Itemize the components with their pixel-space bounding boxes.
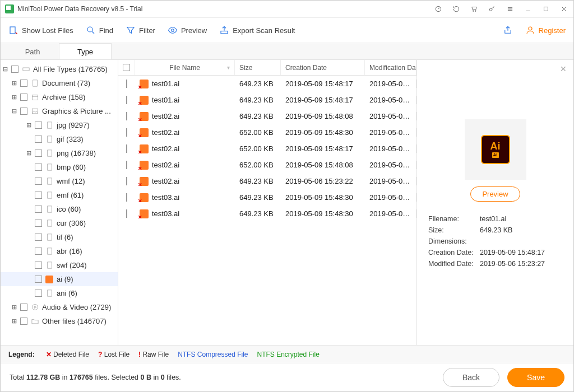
checkbox[interactable]: [35, 178, 42, 185]
tree-tif[interactable]: tif (6): [1, 230, 118, 244]
share-icon[interactable]: [503, 25, 513, 35]
checkbox[interactable]: [20, 94, 27, 101]
tree-png[interactable]: ⊞png (16738): [1, 146, 118, 160]
column-filename[interactable]: File Name▾: [135, 60, 235, 75]
preview-button[interactable]: Preview: [168, 25, 207, 35]
tree-gif[interactable]: gif (323): [1, 132, 118, 146]
tree-ico[interactable]: ico (60): [1, 202, 118, 216]
checkbox[interactable]: [35, 136, 42, 143]
file-creation-date: 2019-05-09 15:48:08: [281, 112, 365, 120]
file-row[interactable]: test02.ai649.23 KB2019-05-09 15:48:08201…: [118, 108, 416, 124]
maximize-icon[interactable]: [541, 5, 551, 13]
menu-icon[interactable]: [505, 5, 515, 13]
minimize-icon[interactable]: [523, 5, 533, 13]
tree-graphics[interactable]: ⊟Graphics & Picture ...: [1, 104, 118, 118]
file-row[interactable]: test01.ai649.23 KB2019-05-09 15:48:17201…: [118, 76, 416, 92]
file-row[interactable]: test02.ai652.00 KB2019-05-09 15:48:08201…: [118, 157, 416, 173]
tree-jpg[interactable]: ⊞jpg (9297): [1, 118, 118, 132]
checkbox[interactable]: [20, 80, 27, 87]
file-row[interactable]: test01.ai649.23 KB2019-05-09 15:48:17201…: [118, 92, 416, 108]
checkbox[interactable]: [35, 164, 42, 171]
row-checkbox[interactable]: [126, 80, 127, 88]
expand-icon[interactable]: ⊞: [11, 80, 17, 87]
column-size[interactable]: Size: [235, 60, 281, 75]
tree-label: Archive (158): [42, 93, 85, 101]
checkbox[interactable]: [35, 290, 42, 297]
export-scan-button[interactable]: Export Scan Result: [219, 25, 295, 35]
checkbox[interactable]: [20, 318, 27, 325]
type-tree[interactable]: ⊟ All File Types (176765) ⊞Document (73)…: [1, 60, 118, 345]
file-row[interactable]: test03.ai649.23 KB2019-05-09 15:48:30201…: [118, 189, 416, 206]
tree-wmf[interactable]: wmf (12): [1, 174, 118, 188]
tree-audio[interactable]: ⊞Audio & Video (2729): [1, 300, 118, 314]
column-modification-date[interactable]: Modification Dat: [365, 60, 416, 75]
row-checkbox[interactable]: [126, 144, 127, 153]
file-row[interactable]: test02.ai652.00 KB2019-05-09 15:48:17201…: [118, 141, 416, 157]
save-button[interactable]: Save: [507, 368, 564, 387]
show-lost-files-button[interactable]: Show Lost Files: [8, 25, 73, 35]
tree-cur[interactable]: cur (306): [1, 216, 118, 230]
tree-other[interactable]: ⊞Other files (146707): [1, 314, 118, 328]
checkbox[interactable]: [35, 234, 42, 241]
key-icon[interactable]: [487, 5, 497, 13]
tab-path[interactable]: Path: [6, 43, 59, 59]
find-button[interactable]: Find: [86, 25, 113, 35]
tree-swf[interactable]: swf (204): [1, 258, 118, 272]
row-checkbox[interactable]: [126, 161, 127, 169]
row-checkbox[interactable]: [126, 209, 127, 218]
expand-icon[interactable]: ⊞: [25, 122, 32, 129]
file-row[interactable]: test02.ai652.00 KB2019-05-09 15:48:30201…: [118, 124, 416, 141]
close-preview-icon[interactable]: ✕: [560, 64, 567, 73]
filter-button[interactable]: Filter: [126, 25, 155, 35]
file-creation-date: 2019-05-09 15:48:08: [281, 161, 365, 169]
file-row[interactable]: test02.ai649.23 KB2019-05-06 15:23:22201…: [118, 173, 416, 189]
tab-type[interactable]: Type: [59, 43, 112, 59]
file-size: 652.00 KB: [235, 161, 281, 169]
back-button[interactable]: Back: [443, 368, 499, 387]
refresh-icon[interactable]: [451, 5, 461, 13]
file-list-body[interactable]: test01.ai649.23 KB2019-05-09 15:48:17201…: [118, 76, 416, 345]
checkbox[interactable]: [35, 248, 42, 255]
checkbox[interactable]: [35, 206, 42, 213]
row-checkbox[interactable]: [126, 128, 127, 137]
tree-emf[interactable]: emf (61): [1, 188, 118, 202]
collapse-icon[interactable]: ⊟: [2, 66, 8, 73]
expand-icon[interactable]: ⊞: [25, 150, 32, 157]
row-checkbox[interactable]: [126, 193, 127, 202]
register-button[interactable]: Register: [525, 25, 566, 35]
checkbox[interactable]: [35, 192, 42, 199]
checkbox[interactable]: [35, 122, 42, 129]
tree-label: cur (306): [57, 219, 86, 227]
expand-icon[interactable]: ⊞: [11, 318, 17, 325]
tree-bmp[interactable]: bmp (60): [1, 160, 118, 174]
file-row[interactable]: test03.ai649.23 KB2019-05-09 15:48:30201…: [118, 206, 416, 222]
column-creation-date[interactable]: Creation Date: [281, 60, 365, 75]
expand-icon[interactable]: ⊞: [11, 94, 17, 101]
tree-document[interactable]: ⊞Document (73): [1, 76, 118, 90]
svg-rect-22: [47, 234, 52, 240]
header-checkbox[interactable]: [118, 60, 135, 75]
tree-abr[interactable]: abr (16): [1, 244, 118, 258]
tree-archive[interactable]: ⊞Archive (158): [1, 90, 118, 104]
tree-root[interactable]: ⊟ All File Types (176765): [1, 62, 118, 76]
checkbox[interactable]: [20, 304, 27, 311]
preview-file-button[interactable]: Preview: [470, 186, 520, 202]
tree-ani[interactable]: ani (6): [1, 286, 118, 300]
checkbox[interactable]: [35, 262, 42, 269]
row-checkbox[interactable]: [126, 177, 127, 185]
checkbox[interactable]: [11, 66, 18, 73]
file-size: 649.23 KB: [235, 80, 281, 88]
gauge-icon[interactable]: [433, 5, 443, 13]
close-icon[interactable]: [559, 5, 569, 13]
checkbox[interactable]: [35, 220, 42, 227]
checkbox[interactable]: [35, 150, 42, 157]
checkbox[interactable]: [20, 108, 27, 115]
svg-rect-5: [10, 27, 15, 34]
row-checkbox[interactable]: [126, 96, 127, 104]
expand-icon[interactable]: ⊞: [11, 304, 17, 311]
collapse-icon[interactable]: ⊟: [11, 108, 17, 115]
tree-ai[interactable]: ai (9): [1, 272, 118, 286]
checkbox[interactable]: [35, 276, 42, 283]
cart-icon[interactable]: [469, 5, 479, 13]
row-checkbox[interactable]: [126, 112, 127, 120]
